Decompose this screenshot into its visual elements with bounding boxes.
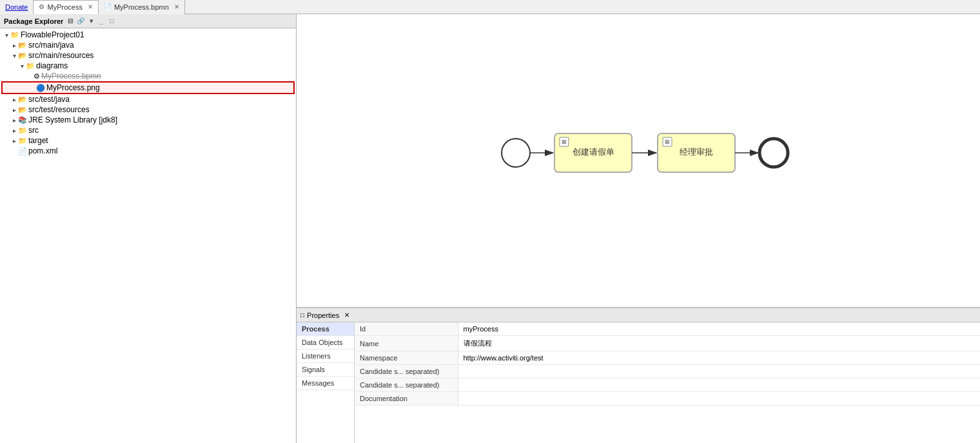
collapse-all-icon[interactable]: ⊟ <box>66 17 75 26</box>
package-explorer-header: Package Explorer ⊟ 🔗 ▾ _ □ <box>0 14 296 28</box>
tree-item-pom-xml[interactable]: 📄 pom.xml <box>0 146 296 156</box>
myprocess-bpmn-file-label: MyProcess.bpmn <box>41 72 101 81</box>
tree-item-src-test-resources[interactable]: ▸ 📂 src/test/resources <box>0 104 296 115</box>
tree-item-diagrams[interactable]: ▾ 📁 diagrams <box>0 61 296 71</box>
src-main-resources-label: src/main/resources <box>28 51 93 60</box>
properties-table: Id myProcess Name 请假流程 Namespace http://… <box>355 322 980 406</box>
expand-src-test-resources[interactable]: ▸ <box>10 106 18 113</box>
expand-project[interactable]: ▾ <box>3 32 10 39</box>
properties-content: Id myProcess Name 请假流程 Namespace http://… <box>355 322 980 443</box>
props-sidebar-listeners[interactable]: Listeners <box>297 349 354 363</box>
props-row-candidate1: Candidate s... separated) <box>355 365 980 379</box>
myprocess-bpmn-file-icon: ⚙ <box>34 72 40 81</box>
props-sidebar-process[interactable]: Process <box>297 322 354 336</box>
diagram-area[interactable]: ⊞ 创建请假单 ⊞ 经理审批 <box>297 14 980 308</box>
src-icon: 📁 <box>18 126 27 135</box>
tab-myprocess-close[interactable]: ✕ <box>88 3 93 10</box>
svg-text:经理审批: 经理审批 <box>680 147 713 157</box>
right-panel: ⊞ 创建请假单 ⊞ 经理审批 <box>297 14 980 443</box>
expand-target[interactable]: ▸ <box>10 137 18 144</box>
bpmn-diagram: ⊞ 创建请假单 ⊞ 经理审批 <box>297 14 980 307</box>
start-event <box>502 139 530 167</box>
top-tab-bar: Donate ⚙ MyProcess ✕ 📄 MyProcess.bpmn ✕ <box>0 0 980 14</box>
src-main-java-label: src/main/java <box>28 41 74 50</box>
src-main-java-icon: 📂 <box>18 41 27 50</box>
expand-src-main-resources[interactable]: ▾ <box>10 52 18 59</box>
expand-jre-lib[interactable]: ▸ <box>10 117 18 124</box>
tree-item-project[interactable]: ▾ 📁 FlowableProject01 <box>0 30 296 40</box>
props-value-candidate1[interactable] <box>458 365 980 379</box>
src-test-java-icon: 📂 <box>18 95 27 104</box>
src-main-resources-icon: 📂 <box>18 52 27 60</box>
properties-header: □ Properties ✕ <box>297 308 980 322</box>
props-value-name[interactable]: 请假流程 <box>458 336 980 351</box>
svg-rect-1 <box>554 133 632 172</box>
props-label-id: Id <box>355 322 458 336</box>
svg-rect-6 <box>658 133 735 172</box>
props-value-documentation[interactable] <box>458 392 980 406</box>
minimize-icon[interactable]: _ <box>97 17 106 26</box>
tree-item-src-test-java[interactable]: ▸ 📂 src/test/java <box>0 94 296 104</box>
tab-myprocess[interactable]: ⚙ MyProcess ✕ <box>34 0 98 14</box>
props-value-namespace[interactable]: http://www.activiti.org/test <box>458 351 980 365</box>
props-sidebar-signals[interactable]: Signals <box>297 363 354 377</box>
pom-xml-label: pom.xml <box>28 146 57 155</box>
project-label: FlowableProject01 <box>21 30 84 39</box>
src-test-java-label: src/test/java <box>28 95 70 104</box>
props-row-id: Id myProcess <box>355 322 980 336</box>
panel-title: Package Explorer <box>4 17 63 25</box>
link-with-editor-icon[interactable]: 🔗 <box>76 17 85 26</box>
myprocess-png-icon: 🔵 <box>36 84 45 92</box>
svg-text:⊞: ⊞ <box>562 139 567 145</box>
tab-donate[interactable]: Donate <box>0 0 34 14</box>
props-sidebar-messages[interactable]: Messages <box>297 377 354 390</box>
myprocess-png-label: MyProcess.png <box>46 83 100 92</box>
jre-lib-icon: 📚 <box>18 116 27 124</box>
end-event <box>760 139 788 167</box>
pom-xml-icon: 📄 <box>18 147 27 155</box>
expand-src-main-java[interactable]: ▸ <box>10 42 18 49</box>
svg-rect-7 <box>663 137 672 146</box>
properties-body: Process Data Objects Listeners Signals M… <box>297 322 980 443</box>
expand-diagrams[interactable]: ▾ <box>18 63 26 70</box>
maximize-icon[interactable]: □ <box>107 17 116 26</box>
props-value-id[interactable]: myProcess <box>458 322 980 336</box>
tree-item-myprocess-bpmn[interactable]: ⚙ MyProcess.bpmn <box>0 71 296 81</box>
expand-src[interactable]: ▸ <box>10 127 18 134</box>
tree-item-src[interactable]: ▸ 📁 src <box>0 125 296 135</box>
properties-close-icon[interactable]: ✕ <box>344 311 349 319</box>
tab-myprocess-bpmn[interactable]: 📄 MyProcess.bpmn ✕ <box>99 0 185 14</box>
tree-item-src-main-java[interactable]: ▸ 📂 src/main/java <box>0 40 296 50</box>
jre-lib-label: JRE System Library [jdk8] <box>28 115 117 124</box>
props-label-name: Name <box>355 336 458 351</box>
menu-icon[interactable]: ▾ <box>86 17 95 26</box>
props-row-documentation: Documentation <box>355 392 980 406</box>
properties-icon: □ <box>300 311 304 319</box>
svg-text:⊞: ⊞ <box>665 139 670 145</box>
expand-src-test-java[interactable]: ▸ <box>10 96 18 103</box>
package-explorer-panel: Package Explorer ⊟ 🔗 ▾ _ □ ▾ 📁 FlowableP… <box>0 14 297 443</box>
props-row-candidate2: Candidate s... separated) <box>355 379 980 392</box>
properties-sidebar: Process Data Objects Listeners Signals M… <box>297 322 355 443</box>
myprocess-icon: ⚙ <box>39 3 44 10</box>
properties-title: Properties <box>307 311 339 319</box>
target-label: target <box>28 136 48 145</box>
target-icon: 📁 <box>18 137 27 145</box>
tab-myprocess-label: MyProcess <box>47 3 82 11</box>
props-sidebar-data-objects[interactable]: Data Objects <box>297 336 354 349</box>
properties-panel: □ Properties ✕ Process Data Objects List… <box>297 308 980 443</box>
tab-myprocess-bpmn-label: MyProcess.bpmn <box>114 3 169 11</box>
tree-item-jre-lib[interactable]: ▸ 📚 JRE System Library [jdk8] <box>0 115 296 125</box>
tree-item-src-main-resources[interactable]: ▾ 📂 src/main/resources <box>0 50 296 61</box>
tab-donate-label: Donate <box>5 3 28 11</box>
tree-item-target[interactable]: ▸ 📁 target <box>0 135 296 146</box>
svg-text:创建请假单: 创建请假单 <box>573 147 614 157</box>
props-row-name: Name 请假流程 <box>355 336 980 351</box>
props-row-namespace: Namespace http://www.activiti.org/test <box>355 351 980 365</box>
tab-myprocess-bpmn-close[interactable]: ✕ <box>174 3 179 10</box>
diagrams-label: diagrams <box>36 61 68 70</box>
tree-item-myprocess-png[interactable]: 🔵 MyProcess.png <box>1 81 295 94</box>
props-value-candidate2[interactable] <box>458 379 980 392</box>
src-test-resources-icon: 📂 <box>18 106 27 114</box>
props-label-candidate2: Candidate s... separated) <box>355 379 458 392</box>
